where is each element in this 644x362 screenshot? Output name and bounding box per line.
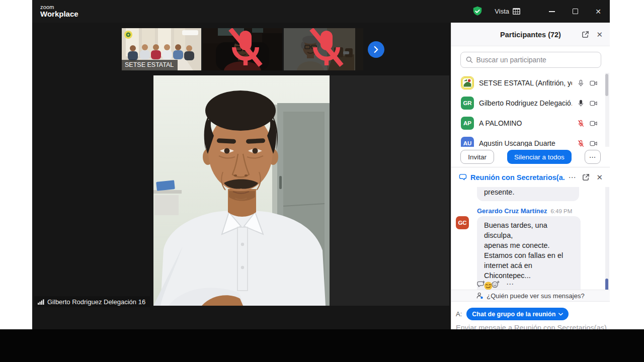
- active-speaker-cell: [153, 75, 449, 306]
- popout-icon: [582, 31, 589, 38]
- privacy-note-text: ¿Quién puede ver sus mensajes?: [487, 292, 584, 300]
- person-privacy-icon: [476, 292, 484, 299]
- filmstrip: SETSE ESTATAL: [122, 28, 363, 70]
- participants-scrollbar[interactable]: [605, 73, 609, 147]
- chat-scrollbar[interactable]: [605, 187, 609, 290]
- avatar: AU: [461, 137, 474, 147]
- mute-all-button[interactable]: Silenciar a todos: [507, 150, 572, 164]
- mic-icon: [577, 79, 585, 87]
- mic-muted-icon: [577, 120, 585, 127]
- chevron-down-icon: [558, 313, 563, 316]
- zoom-meeting-window: zoom Workplace Vista ✕: [32, 0, 610, 329]
- message-time: 6:49 PM: [550, 208, 572, 214]
- participant-row[interactable]: AP A PALOMINO: [451, 113, 610, 133]
- minimize-icon: [549, 11, 555, 12]
- chat-title: Reunión con Secretarios(a...: [470, 173, 565, 182]
- message-avatar: GC: [456, 216, 469, 229]
- view-button[interactable]: Vista: [495, 8, 520, 15]
- mic-muted-icon: [577, 140, 585, 147]
- reply-in-thread-button[interactable]: [477, 281, 485, 288]
- gallery-grid-icon: [513, 8, 520, 15]
- video-stage: SETSE ESTATAL: [32, 23, 451, 329]
- chat-header: Reunión con Secretarios(a... ⋯ ✕: [451, 167, 610, 187]
- participants-close-button[interactable]: ✕: [596, 30, 603, 39]
- chat-close-button[interactable]: ✕: [596, 173, 603, 182]
- participant-name: Agustin Uscanga Duarte: [479, 139, 572, 147]
- camera-icon: [590, 140, 598, 147]
- view-label: Vista: [495, 8, 509, 15]
- participants-popout-button[interactable]: [582, 31, 589, 38]
- side-panel: Participantes (72) ✕: [451, 23, 610, 329]
- scrollbar-thumb[interactable]: [605, 279, 608, 290]
- titlebar: zoom Workplace Vista ✕: [32, 0, 610, 23]
- chat-more-button[interactable]: ⋯: [568, 173, 576, 182]
- popout-icon: [582, 173, 590, 181]
- video-thumbnail-antonio[interactable]: Antonio Gomez Corti...: [203, 28, 282, 70]
- search-participant-input[interactable]: [476, 56, 596, 64]
- filmstrip-next-button[interactable]: [368, 41, 384, 58]
- thumbnail-name-label: Antonio Gomez Corti...: [203, 28, 282, 70]
- message-more-button[interactable]: ⋯: [506, 280, 514, 289]
- message-author: Gerardo Cruz Martínez: [477, 207, 547, 215]
- chat-privacy-bar[interactable]: ¿Quién puede ver sus mensajes?: [451, 290, 610, 302]
- maximize-icon: [573, 9, 578, 14]
- chat-popout-button[interactable]: [582, 173, 590, 181]
- camera-icon: [590, 120, 598, 127]
- participant-row[interactable]: AU Agustin Uscanga Duarte: [451, 133, 610, 147]
- camera-icon: [590, 100, 598, 107]
- chat-bubbles-icon: [458, 173, 467, 181]
- video-thumbnail-rita[interactable]: Rita Inés Uscanga Val...: [284, 28, 363, 70]
- logo-workplace-text: Workplace: [40, 10, 78, 18]
- letterbox-bar: [0, 329, 644, 362]
- minimize-button[interactable]: [540, 0, 564, 23]
- message-actions: ⋯: [477, 280, 514, 289]
- zoom-workplace-logo: zoom Workplace: [40, 5, 78, 18]
- participant-name: SETSE ESTATAL (Anfitrión, yo): [479, 79, 572, 87]
- active-speaker-video: [153, 75, 330, 306]
- invite-button[interactable]: Invitar: [460, 150, 494, 164]
- scrollbar-thumb[interactable]: [605, 74, 608, 96]
- video-thumbnail-setse[interactable]: SETSE ESTATAL: [122, 28, 201, 70]
- close-icon: ✕: [596, 30, 603, 39]
- mic-speaking-icon: [577, 100, 585, 107]
- participants-actions: Invitar Silenciar a todos ⋯: [451, 147, 610, 167]
- chat-message-bubble: Buenas tardes, una disculpa, apenas me c…: [477, 216, 581, 290]
- participants-list: SETSE ESTATAL (Anfitrión, yo) GR G: [451, 73, 610, 147]
- participant-row[interactable]: SETSE ESTATAL (Anfitrión, yo): [451, 73, 610, 93]
- add-reaction-button[interactable]: [492, 281, 500, 288]
- muted-mic-icon: [287, 28, 363, 68]
- participants-header: Participantes (72) ✕: [451, 23, 610, 46]
- camera-icon: [590, 80, 598, 86]
- thumbnail-name-label: Rita Inés Uscanga Val...: [284, 28, 363, 70]
- speaker-name-label: Gilberto Rodriguez Delegación 16: [34, 296, 150, 307]
- recipient-selector-button[interactable]: Chat de grupo de la reunión: [466, 308, 569, 320]
- to-label: A:: [456, 310, 462, 318]
- chevron-right-icon: [373, 46, 379, 53]
- avatar: AP: [461, 117, 474, 130]
- participants-search: [451, 46, 610, 73]
- chat-messages: presente. Gerardo Cruz Martínez 6:49 PM …: [451, 187, 610, 290]
- maximize-button[interactable]: [564, 0, 587, 23]
- participant-name: Gilberto Rodriguez Delegació...: [479, 99, 572, 107]
- close-window-button[interactable]: ✕: [587, 0, 610, 23]
- thumbnail-name-label: SETSE ESTATAL: [122, 60, 178, 70]
- meeting-security-shield-icon: [472, 6, 482, 17]
- close-icon: ✕: [595, 8, 601, 16]
- muted-mic-icon: [206, 28, 282, 68]
- avatar: GR: [461, 97, 474, 110]
- participant-row[interactable]: GR Gilberto Rodriguez Delegació...: [451, 93, 610, 113]
- chat-compose: A: Chat de grupo de la reunión Enviar me…: [451, 302, 610, 329]
- signal-bars-icon: [38, 299, 44, 305]
- search-icon: [466, 56, 473, 63]
- setse-logo-avatar: [461, 76, 474, 89]
- participant-name: A PALOMINO: [479, 119, 572, 127]
- compose-input[interactable]: Enviar mensaje a Reunión con Secretarios…: [456, 324, 607, 329]
- screen: zoom Workplace Vista ✕: [0, 0, 644, 362]
- message-meta: Gerardo Cruz Martínez 6:49 PM: [477, 207, 572, 215]
- participants-more-button[interactable]: ⋯: [585, 150, 601, 164]
- chat-message-partial: presente.: [477, 187, 579, 201]
